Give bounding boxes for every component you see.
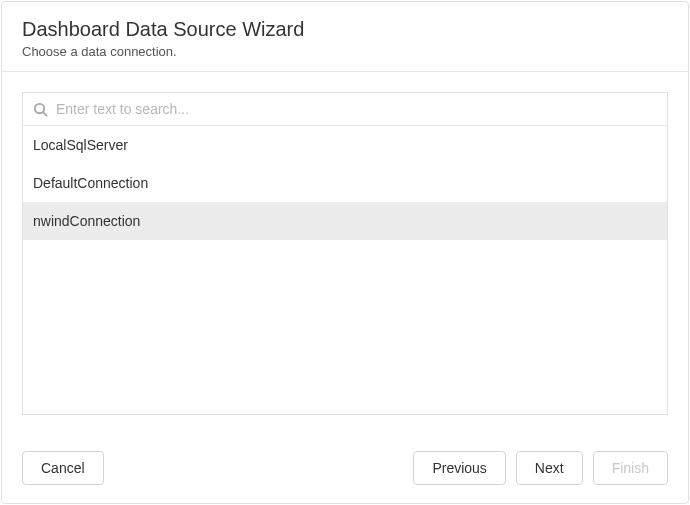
svg-line-1 [43, 112, 47, 116]
list-item[interactable]: nwindConnection [23, 202, 667, 240]
list-item[interactable]: DefaultConnection [23, 164, 667, 202]
wizard-subtitle: Choose a data connection. [22, 44, 668, 59]
wizard-dialog: Dashboard Data Source Wizard Choose a da… [1, 1, 689, 504]
search-row [23, 93, 667, 126]
finish-button: Finish [593, 451, 668, 485]
wizard-body: LocalSqlServer DefaultConnection nwindCo… [2, 72, 688, 435]
cancel-button[interactable]: Cancel [22, 451, 104, 485]
list-item-label: DefaultConnection [33, 175, 148, 191]
wizard-footer: Cancel Previous Next Finish [2, 435, 688, 503]
svg-point-0 [35, 103, 44, 112]
wizard-title: Dashboard Data Source Wizard [22, 16, 668, 42]
list-item-label: nwindConnection [33, 213, 140, 229]
search-icon [33, 102, 48, 117]
list-item[interactable]: LocalSqlServer [23, 126, 667, 164]
previous-button[interactable]: Previous [413, 451, 505, 485]
list-item-label: LocalSqlServer [33, 137, 128, 153]
search-input[interactable] [56, 101, 657, 117]
wizard-header: Dashboard Data Source Wizard Choose a da… [2, 2, 688, 72]
next-button[interactable]: Next [516, 451, 583, 485]
connections-list-container: LocalSqlServer DefaultConnection nwindCo… [22, 92, 668, 415]
connections-items: LocalSqlServer DefaultConnection nwindCo… [23, 126, 667, 414]
